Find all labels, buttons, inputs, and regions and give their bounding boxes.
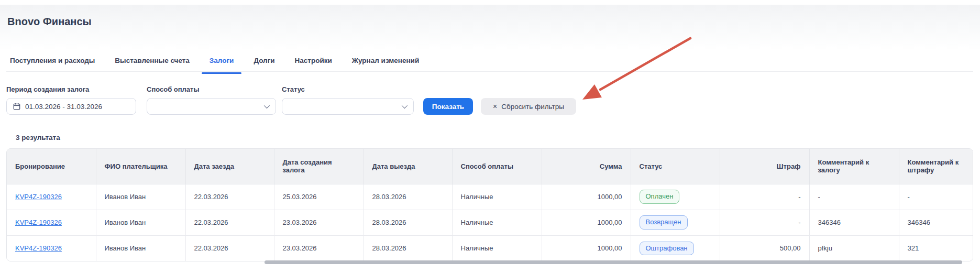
checkin-cell: 22.03.2026 bbox=[185, 235, 274, 261]
fine-comment-cell: 321 bbox=[899, 235, 973, 261]
status-filter-label: Статус bbox=[282, 85, 305, 93]
period-date-range-input[interactable]: 01.03.2026 - 31.03.2026 bbox=[6, 98, 136, 115]
column-header-deposit-comment: Комментарий к залогу bbox=[809, 149, 899, 184]
column-header-fine: Штраф bbox=[720, 149, 809, 184]
results-count: 3 результата bbox=[16, 134, 60, 141]
column-header-status: Статус bbox=[631, 149, 720, 184]
deposits-table: Бронирование ФИО плательщика Дата заезда… bbox=[6, 148, 973, 261]
calendar-icon bbox=[13, 103, 20, 110]
booking-link[interactable]: KVP4Z-190326 bbox=[15, 193, 62, 201]
column-header-amount: Сумма bbox=[542, 149, 631, 184]
fine-comment-cell: - bbox=[899, 184, 973, 210]
fine-comment-cell: 346346 bbox=[899, 210, 973, 235]
tab-change-log[interactable]: Журнал изменений bbox=[344, 53, 427, 73]
tab-settings[interactable]: Настройки bbox=[287, 53, 340, 73]
column-header-checkout: Дата выезда bbox=[364, 149, 452, 184]
checkin-cell: 22.03.2026 bbox=[185, 210, 274, 235]
amount-cell: 1000,00 bbox=[542, 184, 631, 210]
tab-invoices[interactable]: Выставленные счета bbox=[107, 53, 197, 73]
tab-incomes-expenses[interactable]: Поступления и расходы bbox=[2, 53, 103, 73]
column-header-payment-method: Способ оплаты bbox=[452, 149, 542, 184]
amount-cell: 1000,00 bbox=[542, 235, 631, 261]
column-header-deposit-created: Дата создания залога bbox=[274, 149, 364, 184]
tab-bar-divider bbox=[6, 71, 973, 72]
deposit-comment-cell: 346346 bbox=[809, 210, 899, 235]
status-badge: Оштрафован bbox=[640, 242, 694, 255]
payment-method-cell: Наличные bbox=[452, 210, 542, 235]
checkout-cell: 28.03.2026 bbox=[364, 184, 452, 210]
deposit-created-cell: 23.03.2026 bbox=[274, 235, 364, 261]
column-header-checkin: Дата заезда bbox=[185, 149, 274, 184]
tab-bar: Поступления и расходы Выставленные счета… bbox=[2, 53, 427, 73]
period-date-range-value: 01.03.2026 - 31.03.2026 bbox=[25, 103, 102, 111]
deposit-created-cell: 25.03.2026 bbox=[274, 184, 364, 210]
amount-cell: 1000,00 bbox=[542, 210, 631, 235]
booking-link[interactable]: KVP4Z-190326 bbox=[15, 244, 62, 252]
checkout-cell: 28.03.2026 bbox=[364, 210, 452, 235]
column-header-fine-comment: Комментарий к штрафу bbox=[899, 149, 973, 184]
payment-method-filter-label: Способ оплаты bbox=[147, 85, 200, 93]
fine-cell: - bbox=[720, 184, 809, 210]
table-row: KVP4Z-190326 Иванов Иван 22.03.2026 23.0… bbox=[7, 210, 973, 235]
close-icon: × bbox=[493, 103, 497, 110]
deposit-comment-cell: - bbox=[809, 184, 899, 210]
status-badge: Возвращен bbox=[640, 215, 688, 229]
deposit-comment-cell: pfkju bbox=[809, 235, 899, 261]
period-filter-label: Период создания залога bbox=[6, 85, 89, 93]
column-header-booking: Бронирование bbox=[7, 149, 96, 184]
chevron-down-icon bbox=[264, 103, 270, 108]
checkin-cell: 22.03.2026 bbox=[185, 184, 274, 210]
page-title: Bnovo Финансы bbox=[7, 16, 92, 28]
payment-method-select[interactable] bbox=[147, 98, 276, 115]
payment-method-cell: Наличные bbox=[452, 235, 542, 261]
checkout-cell: 28.03.2026 bbox=[364, 235, 452, 261]
table-row: KVP4Z-190326 Иванов Иван 22.03.2026 25.0… bbox=[7, 184, 973, 210]
header-background bbox=[0, 5, 980, 50]
reset-filters-label: Сбросить фильтры bbox=[501, 103, 564, 111]
status-badge: Оплачен bbox=[640, 190, 680, 203]
payer-cell: Иванов Иван bbox=[96, 184, 185, 210]
booking-link[interactable]: KVP4Z-190326 bbox=[15, 219, 62, 226]
payer-cell: Иванов Иван bbox=[96, 235, 185, 261]
tab-debts[interactable]: Долги bbox=[246, 53, 282, 73]
column-header-payer: ФИО плательщика bbox=[96, 149, 185, 184]
deposit-created-cell: 23.03.2026 bbox=[274, 210, 364, 235]
show-button[interactable]: Показать bbox=[423, 98, 473, 115]
tab-deposits[interactable]: Залоги bbox=[202, 53, 242, 73]
fine-cell: 500,00 bbox=[720, 235, 809, 261]
reset-filters-button[interactable]: × Сбросить фильтры bbox=[481, 98, 576, 115]
table-row: KVP4Z-190326 Иванов Иван 22.03.2026 23.0… bbox=[7, 235, 973, 261]
chevron-down-icon bbox=[402, 103, 408, 108]
status-select[interactable] bbox=[282, 98, 414, 115]
fine-cell: - bbox=[720, 210, 809, 235]
table-header-row: Бронирование ФИО плательщика Дата заезда… bbox=[7, 149, 973, 184]
finance-page: Bnovo Финансы Поступления и расходы Выст… bbox=[0, 0, 980, 273]
payer-cell: Иванов Иван bbox=[96, 210, 185, 235]
horizontal-scrollbar-thumb[interactable] bbox=[265, 260, 962, 264]
payment-method-cell: Наличные bbox=[452, 184, 542, 210]
